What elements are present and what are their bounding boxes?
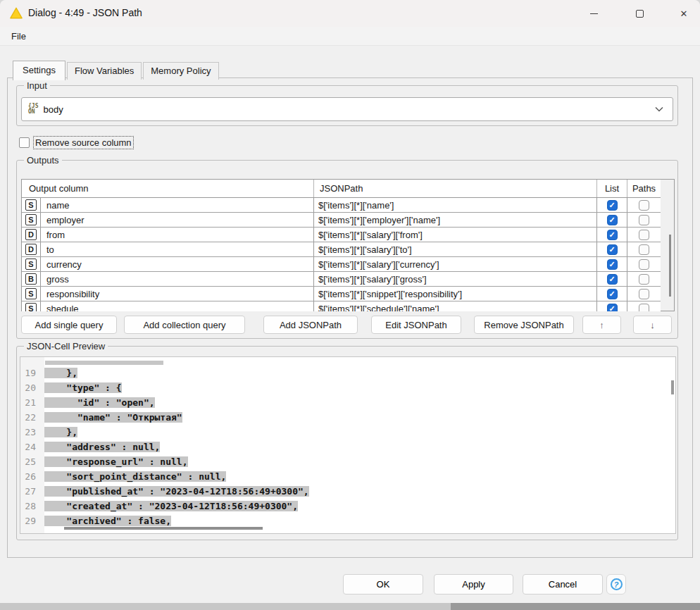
paths-checkbox[interactable]: [639, 289, 649, 299]
code-line-text[interactable]: "created_at" : "2023-04-12T18:56:49+0300…: [44, 499, 298, 513]
line-number: 21: [20, 395, 44, 410]
code-line: 20 "type" : {: [20, 380, 675, 395]
column-type-icon: S: [25, 288, 37, 299]
code-line-text[interactable]: "name" : "Открытая": [44, 410, 182, 425]
code-line-text[interactable]: },: [44, 366, 77, 380]
add-collection-query-button[interactable]: Add collection query: [124, 316, 245, 334]
code-line-text[interactable]: },: [44, 425, 77, 440]
header-jsonpath[interactable]: JSONPath: [314, 180, 597, 197]
code-line-text[interactable]: "published_at" : "2023-04-12T18:56:49+03…: [44, 484, 309, 499]
code-lines: 19 }, 20 "type" : { 21 "id" : "open",: [20, 357, 675, 528]
add-single-query-button[interactable]: Add single query: [21, 316, 117, 334]
list-checkbox[interactable]: [607, 200, 618, 211]
jsonpath-value: $['items'][*]['salary']['from']: [314, 228, 597, 242]
code-line-text[interactable]: "address" : null,: [44, 440, 160, 454]
background-behind-window: [451, 603, 700, 610]
add-jsonpath-button[interactable]: Add JSONPath: [263, 316, 358, 334]
jsonpath-value: $['items'][*]['schedule']['name']: [314, 301, 597, 311]
background-behind-window: [0, 603, 451, 610]
table-row[interactable]: S shedule $['items'][*]['schedule']['nam…: [22, 301, 661, 311]
menu-bar: File: [0, 27, 700, 46]
paths-checkbox[interactable]: [639, 304, 649, 312]
cancel-button[interactable]: Cancel: [523, 574, 603, 595]
paths-checkbox[interactable]: [639, 259, 649, 270]
knime-triangle-icon: [10, 7, 23, 19]
list-checkbox[interactable]: [607, 215, 618, 225]
table-row[interactable]: B gross $['items'][*]['salary']['gross']: [22, 272, 661, 287]
output-column-name: employer: [41, 213, 314, 227]
list-checkbox[interactable]: [607, 244, 618, 255]
code-line-text[interactable]: "type" : {: [44, 380, 122, 395]
remove-jsonpath-button[interactable]: Remove JSONPath: [474, 316, 574, 334]
table-scrollbar-thumb[interactable]: [669, 235, 671, 297]
table-vertical-scrollbar[interactable]: [661, 180, 674, 311]
close-button[interactable]: ✕: [668, 0, 700, 27]
input-group: Input {JSON body: [16, 85, 678, 126]
paths-checkbox[interactable]: [639, 244, 649, 255]
outputs-table-body: S name $['items'][*]['name'] S employer …: [22, 198, 661, 311]
table-row[interactable]: S currency $['items'][*]['salary']['curr…: [22, 257, 661, 272]
code-line-text[interactable]: "response_url" : null,: [44, 454, 188, 469]
line-number: 19: [20, 366, 44, 380]
preview-vertical-scrollbar-thumb[interactable]: [671, 380, 674, 394]
column-type-icon: D: [25, 244, 37, 255]
table-row[interactable]: S employer $['items'][*]['employer']['na…: [22, 213, 661, 228]
tab-settings[interactable]: Settings: [13, 61, 65, 80]
code-line-text[interactable]: "archived" : false,: [44, 513, 171, 528]
maximize-icon: [636, 10, 644, 18]
help-button[interactable]: ?: [606, 574, 626, 595]
remove-source-row: Remove source column: [19, 137, 132, 148]
json-preview-editor[interactable]: 19 }, 20 "type" : { 21 "id" : "open",: [20, 356, 676, 534]
input-column-select[interactable]: {JSON body: [21, 97, 673, 121]
table-row[interactable]: S responsibility $['items'][*]['snippet'…: [22, 287, 661, 301]
header-list[interactable]: List: [597, 180, 627, 197]
input-group-legend: Input: [24, 80, 50, 91]
line-number: 22: [20, 410, 44, 425]
dialog-window: Dialog - 4:49 - JSON Path ✕ File Setting…: [0, 0, 700, 610]
move-up-button[interactable]: ↑: [582, 316, 621, 334]
menu-file[interactable]: File: [8, 30, 29, 42]
output-column-name: from: [41, 228, 314, 242]
outputs-table: Output column JSONPath List Paths S name…: [21, 179, 675, 311]
jsonpath-value: $['items'][*]['salary']['gross']: [314, 272, 597, 286]
table-row[interactable]: D from $['items'][*]['salary']['from']: [22, 228, 661, 242]
jsonpath-value: $['items'][*]['employer']['name']: [314, 213, 597, 227]
maximize-button[interactable]: [623, 0, 656, 27]
code-line-text[interactable]: "sort_point_distance" : null,: [44, 469, 226, 484]
paths-checkbox[interactable]: [639, 230, 649, 240]
help-icon: ?: [611, 578, 623, 590]
code-line: 26 "sort_point_distance" : null,: [20, 469, 675, 484]
table-row[interactable]: S name $['items'][*]['name']: [22, 198, 661, 213]
minimize-icon: [590, 13, 598, 14]
header-output-column[interactable]: Output column: [22, 180, 314, 197]
column-type-icon: S: [25, 259, 37, 270]
apply-button[interactable]: Apply: [434, 574, 513, 595]
code-line: 28 "created_at" : "2023-04-12T18:56:49+0…: [20, 499, 675, 513]
preview-group-legend: JSON-Cell Preview: [24, 341, 108, 351]
list-checkbox[interactable]: [607, 289, 618, 299]
line-number: 28: [20, 499, 44, 513]
tab-flow-variables[interactable]: Flow Variables: [67, 62, 142, 80]
code-line-text[interactable]: "id" : "open",: [44, 395, 155, 410]
preview-horizontal-scrollbar-thumb[interactable]: [64, 527, 263, 530]
paths-checkbox[interactable]: [639, 215, 649, 225]
paths-checkbox[interactable]: [639, 274, 649, 285]
header-paths[interactable]: Paths: [627, 180, 661, 197]
tab-memory-policy[interactable]: Memory Policy: [143, 62, 218, 80]
code-line: 22 "name" : "Открытая": [20, 410, 675, 425]
list-checkbox[interactable]: [607, 274, 618, 285]
line-number: 24: [20, 440, 44, 454]
minimize-button[interactable]: [577, 0, 610, 27]
remove-source-checkbox[interactable]: [19, 137, 30, 148]
list-checkbox[interactable]: [607, 304, 618, 312]
ok-button[interactable]: OK: [343, 574, 423, 595]
list-checkbox[interactable]: [607, 230, 618, 240]
title-bar[interactable]: Dialog - 4:49 - JSON Path ✕: [0, 0, 700, 27]
move-down-button[interactable]: ↓: [633, 316, 672, 334]
list-checkbox[interactable]: [607, 259, 618, 270]
outputs-group: Outputs Output column JSONPath List Path…: [16, 160, 678, 339]
paths-checkbox[interactable]: [639, 200, 649, 211]
table-row[interactable]: D to $['items'][*]['salary']['to']: [22, 242, 661, 257]
code-line: 19 },: [20, 366, 675, 380]
edit-jsonpath-button[interactable]: Edit JSONPath: [371, 316, 461, 334]
